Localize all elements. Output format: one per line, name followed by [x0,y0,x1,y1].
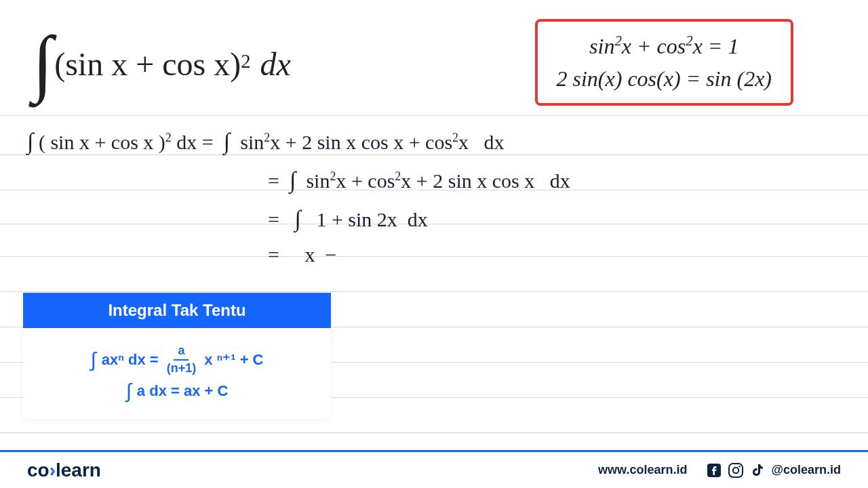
work-line-2: = ∫ sin2x + cos2x + 2 sin x cos x dx [27,161,841,199]
work-line-1: ∫ ( sin x + cos x )2 dx = ∫ sin2x + 2 si… [27,122,841,161]
handwritten-work: ∫ ( sin x + cos x )2 dx = ∫ sin2x + 2 si… [27,122,841,271]
footer-right: www.colearn.id @colearn.id [598,462,841,479]
dx-label: dx [260,45,291,83]
work-line-4: = x − [27,238,841,272]
social-group: @colearn.id [706,462,841,479]
formula1-rhs: x ⁿ⁺¹ + C [204,351,263,369]
work-line-3: = ∫ 1 + sin 2x dx [27,199,841,238]
identity-line-2: 2 sin(x) cos(x) = sin (2x) [557,62,772,95]
formula-power-rule: ∫ axⁿ dx = a (n+1) x ⁿ⁺¹ + C [33,344,321,375]
integral-sign-icon: ∫ [33,33,53,92]
identities-box: sin2x + cos2x = 1 2 sin(x) cos(x) = sin … [535,19,793,106]
identity-line-1: sin2x + cos2x = 1 [557,30,772,62]
instagram-icon [728,462,744,479]
svg-point-2 [733,467,738,472]
integral-sign-icon: ∫ [90,348,96,371]
formula1-fraction: a (n+1) [167,344,197,375]
facebook-icon [706,462,722,479]
svg-point-3 [739,466,741,468]
social-handle: @colearn.id [771,463,841,477]
tiktok-icon [749,462,766,479]
integrand: (sin x + cos x) [54,45,241,83]
integral-sign-icon: ∫ [126,380,132,403]
formula-card-title: Integral Tak Tentu [23,293,331,328]
problem-integral: ∫ (sin x + cos x) 2 dx [33,34,291,94]
footer-bar: co›learn www.colearn.id @colearn.id [0,450,868,488]
formula2: a dx = ax + C [137,382,229,400]
colearn-logo: co›learn [27,460,101,481]
formula-constant-rule: ∫ a dx = ax + C [33,380,321,403]
formula-card: Integral Tak Tentu ∫ axⁿ dx = a (n+1) x … [23,293,331,419]
footer-url: www.colearn.id [598,463,687,477]
integrand-exponent: 2 [241,50,250,73]
formula1-lhs: axⁿ dx = [102,351,159,369]
svg-rect-1 [729,464,743,477]
formula-card-body: ∫ axⁿ dx = a (n+1) x ⁿ⁺¹ + C ∫ a dx = ax… [23,328,331,419]
